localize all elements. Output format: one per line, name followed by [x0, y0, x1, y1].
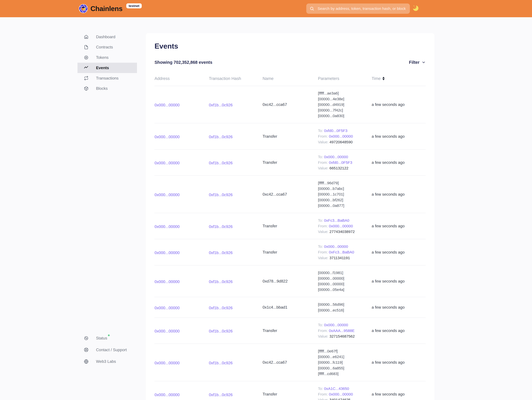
- sidebar-item-transactions[interactable]: Transactions: [77, 73, 137, 84]
- event-parameters: To: 0x000...00000From: 0xAAA...9588EValu…: [318, 322, 372, 339]
- event-time: a few seconds ago: [372, 328, 426, 333]
- sidebar-item-label: Contracts: [96, 45, 113, 49]
- parameter-label: From:: [318, 161, 329, 165]
- tx-hash-link[interactable]: 0xf1b...0c926: [209, 135, 233, 139]
- parameter-line: Value: 3401474625: [318, 397, 372, 400]
- address-link[interactable]: 0x000...00000: [154, 279, 179, 284]
- address-link[interactable]: 0x000...00000: [154, 193, 179, 197]
- parameter-label: To:: [318, 129, 324, 133]
- tx-hash-link[interactable]: 0xf1b...0c926: [209, 161, 233, 165]
- address-link[interactable]: 0x000...00000: [154, 393, 179, 397]
- address-link[interactable]: 0x000...00000: [154, 103, 179, 107]
- sidebar-item-tokens[interactable]: Tokens: [77, 52, 137, 63]
- events-table-body: 0x000...00000 0xf1b...0c926 0xc42...cca6…: [154, 86, 425, 400]
- to-address-link[interactable]: 0xfd0...0F5F3: [324, 129, 347, 133]
- event-name: 0xc42...cca67: [262, 192, 318, 197]
- event-name: 0x1c4...bbad1: [262, 305, 318, 310]
- address-link[interactable]: 0x000...00000: [154, 361, 179, 365]
- parameter-label: Value:: [318, 256, 329, 260]
- to-address-link[interactable]: 0x000...00000: [324, 245, 348, 249]
- parameter-line: [00000...0a877]: [318, 203, 372, 208]
- event-time: a few seconds ago: [372, 360, 426, 365]
- parameter-line: [00000...e6241]: [318, 354, 372, 360]
- sidebar-item-label: Events: [96, 65, 109, 70]
- tx-hash-link[interactable]: 0xf1b...0c926: [209, 306, 233, 310]
- address-link[interactable]: 0x000...00000: [154, 135, 179, 139]
- search-input[interactable]: [317, 6, 406, 11]
- parameter-label: To:: [318, 245, 324, 249]
- column-header-transaction-hash: Transaction Hash: [209, 76, 262, 81]
- to-address-link[interactable]: 0x000...00000: [324, 155, 348, 159]
- parameter-line: To: 0xFc3...BaBA0: [318, 218, 372, 223]
- table-row: 0x000...00000 0xf1b...0c926 Transfer To:…: [154, 239, 425, 265]
- event-name: Transfer: [262, 134, 318, 139]
- parameter-line: [fffff...cd683]: [318, 371, 372, 376]
- address-link[interactable]: 0x000...00000: [154, 224, 179, 229]
- parameter-label: Value:: [318, 334, 329, 338]
- tx-hash-link[interactable]: 0xf1b...0c926: [209, 279, 233, 284]
- address-link[interactable]: 0x000...00000: [154, 161, 179, 165]
- tx-hash-link[interactable]: 0xf1b...0c926: [209, 193, 233, 197]
- from-address-link[interactable]: 0x000...00000: [329, 224, 353, 228]
- parameter-line: Value: 327154687562: [318, 334, 372, 339]
- chainlens-logo-icon: [79, 4, 88, 13]
- to-address-link[interactable]: 0x000...00000: [324, 323, 348, 327]
- table-header-row: Address Transaction Hash Name Parameters…: [154, 76, 425, 86]
- tx-hash-link[interactable]: 0xf1b...0c926: [209, 251, 233, 255]
- filter-button[interactable]: Filter: [409, 60, 426, 65]
- sidebar-item-status[interactable]: Status: [77, 332, 137, 344]
- event-time: a few seconds ago: [372, 224, 426, 228]
- tx-hash-link[interactable]: 0xf1b...0c926: [209, 393, 233, 397]
- parameter-line: To: 0xfd0...0F5F3: [318, 128, 372, 134]
- parameter-line: [00000...fc119]: [318, 360, 372, 365]
- address-link[interactable]: 0x000...00000: [154, 251, 179, 255]
- sidebar-item-web3-labs[interactable]: Web3 Labs: [77, 356, 137, 368]
- event-parameters: To: 0xA1C...43650From: 0x000...00000Valu…: [318, 386, 372, 400]
- table-row: 0x000...00000 0xf1b...0c926 0xc42...cca6…: [154, 344, 425, 381]
- parameter-label: From:: [318, 392, 329, 396]
- tx-hash-link[interactable]: 0xf1b...0c926: [209, 361, 233, 365]
- sidebar-footer: Status Contact / Support Web3 Labs: [77, 332, 137, 368]
- sidebar-item-label: Transactions: [96, 76, 118, 81]
- page-title: Events: [154, 41, 425, 51]
- parameter-value: 327154687562: [329, 334, 355, 338]
- parameter-line: [00000...4e38e]: [318, 96, 372, 102]
- event-name: Transfer: [262, 328, 318, 333]
- moon-icon: [412, 5, 419, 12]
- tx-hash-link[interactable]: 0xf1b...0c926: [209, 103, 233, 107]
- parameter-line: To: 0x000...00000: [318, 244, 372, 249]
- event-parameters: [fffff...96d79][00000...b7abc][00000...1…: [318, 180, 372, 208]
- tx-hash-link[interactable]: 0xf1b...0c926: [209, 329, 233, 333]
- from-address-link[interactable]: 0x000...00000: [329, 392, 353, 396]
- from-address-link[interactable]: 0xAAA...9588E: [329, 329, 355, 333]
- chevron-down-icon: [422, 60, 426, 65]
- from-address-link[interactable]: 0x000...00000: [329, 134, 353, 138]
- time-sort-icon[interactable]: [382, 77, 385, 80]
- testnet-badge: testnet: [126, 3, 142, 8]
- sidebar-item-dashboard[interactable]: Dashboard: [77, 32, 137, 42]
- sidebar-item-blocks[interactable]: Blocks: [77, 83, 137, 94]
- tx-hash-link[interactable]: 0xf1b...0c926: [209, 224, 233, 229]
- parameter-value: 49720648590: [329, 140, 353, 144]
- event-parameters: [00000...f1981][00000...00000][00000...0…: [318, 270, 372, 292]
- parameter-label: Value:: [318, 398, 329, 400]
- event-time: a few seconds ago: [372, 392, 426, 396]
- theme-toggle-button[interactable]: [412, 5, 419, 12]
- event-time: a few seconds ago: [372, 102, 426, 107]
- from-address-link[interactable]: 0xFc3...BaBA0: [329, 250, 354, 254]
- event-parameters: [00000...56d96][00000...ec516]: [318, 302, 372, 313]
- brand-home-link[interactable]: Chainlens testnet: [79, 0, 142, 17]
- search-box[interactable]: [306, 4, 410, 14]
- sidebar-item-events[interactable]: Events: [77, 63, 137, 73]
- address-link[interactable]: 0x000...00000: [154, 306, 179, 310]
- sidebar-item-contact-support[interactable]: Contact / Support: [77, 344, 137, 356]
- sidebar-item-label: Web3 Labs: [96, 359, 116, 364]
- events-count: Showing 702,352,868 events: [154, 60, 212, 65]
- sidebar-item-contracts[interactable]: Contracts: [77, 42, 137, 52]
- event-parameters: [fffff...0e67f][00000...e6241][00000...f…: [318, 348, 372, 376]
- parameter-line: [00000...05e4a]: [318, 287, 372, 292]
- address-link[interactable]: 0x000...00000: [154, 329, 179, 333]
- to-address-link[interactable]: 0xFc3...BaBA0: [324, 218, 349, 222]
- from-address-link[interactable]: 0xfd0...0F5F3: [329, 161, 352, 165]
- to-address-link[interactable]: 0xA1C...43650: [324, 387, 349, 391]
